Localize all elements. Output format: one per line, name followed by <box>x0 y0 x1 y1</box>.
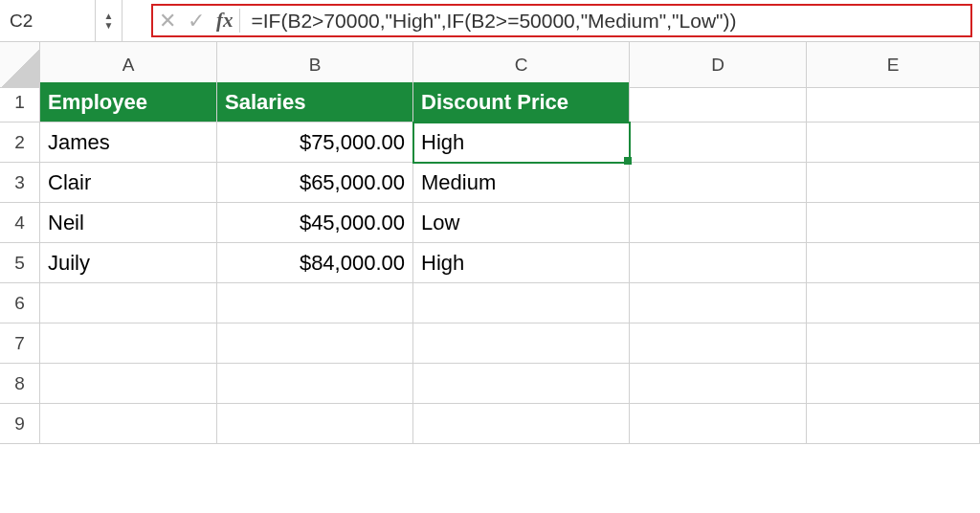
cell-B5[interactable]: $84,000.00 <box>217 243 413 283</box>
cell-E8[interactable] <box>807 364 980 404</box>
cell-B4[interactable]: $45,000.00 <box>217 203 413 243</box>
cell-D3[interactable] <box>630 163 807 203</box>
cell-A7[interactable] <box>40 323 217 364</box>
col-head-C[interactable]: C <box>413 42 630 88</box>
cell-D6[interactable] <box>630 283 807 323</box>
cell-C7[interactable] <box>413 323 630 364</box>
cell-A9[interactable] <box>40 404 217 444</box>
row-head-3[interactable]: 3 <box>0 163 40 203</box>
cell-C5[interactable]: High <box>413 243 630 283</box>
cell-D2[interactable] <box>630 123 807 163</box>
formula-input-wrap: ✕ ✓ fx =IF(B2>70000,"High",IF(B2>=50000,… <box>151 4 972 37</box>
spinner-up-icon[interactable]: ▲ <box>104 11 114 21</box>
cell-B3[interactable]: $65,000.00 <box>217 163 413 203</box>
fx-icon[interactable]: fx <box>216 9 240 33</box>
cell-E2[interactable] <box>807 123 980 163</box>
cell-C6[interactable] <box>413 283 630 323</box>
cell-B9[interactable] <box>217 404 413 444</box>
cell-C1[interactable]: Discount Price <box>413 82 630 123</box>
cell-A8[interactable] <box>40 364 217 404</box>
cell-B8[interactable] <box>217 364 413 404</box>
row-head-7[interactable]: 7 <box>0 323 40 364</box>
enter-icon[interactable]: ✓ <box>188 9 205 33</box>
cell-C9[interactable] <box>413 404 630 444</box>
cell-E9[interactable] <box>807 404 980 444</box>
col-head-A[interactable]: A <box>40 42 217 88</box>
cell-D9[interactable] <box>630 404 807 444</box>
cell-D5[interactable] <box>630 243 807 283</box>
row-head-1[interactable]: 1 <box>0 82 40 123</box>
formula-input[interactable]: =IF(B2>70000,"High",IF(B2>=50000,"Medium… <box>252 10 737 33</box>
cell-B1[interactable]: Salaries <box>217 82 413 123</box>
spinner-down-icon[interactable]: ▼ <box>104 21 114 31</box>
cell-E5[interactable] <box>807 243 980 283</box>
row-head-4[interactable]: 4 <box>0 203 40 243</box>
col-head-D[interactable]: D <box>630 42 807 88</box>
spreadsheet-grid: A B C D E 1 Employee Salaries Discount P… <box>0 42 980 444</box>
cell-D1[interactable] <box>630 82 807 123</box>
cell-A1[interactable]: Employee <box>40 82 217 123</box>
cell-C3[interactable]: Medium <box>413 163 630 203</box>
row-head-8[interactable]: 8 <box>0 364 40 404</box>
col-head-E[interactable]: E <box>807 42 980 88</box>
formula-bar: C2 ▲ ▼ ✕ ✓ fx =IF(B2>70000,"High",IF(B2>… <box>0 0 980 42</box>
row-head-6[interactable]: 6 <box>0 283 40 323</box>
cancel-icon[interactable]: ✕ <box>159 9 176 33</box>
cell-B2[interactable]: $75,000.00 <box>217 123 413 163</box>
cell-B7[interactable] <box>217 323 413 364</box>
cell-E3[interactable] <box>807 163 980 203</box>
select-all-corner[interactable] <box>0 42 40 88</box>
cell-B6[interactable] <box>217 283 413 323</box>
cell-C4[interactable]: Low <box>413 203 630 243</box>
cell-E1[interactable] <box>807 82 980 123</box>
cell-A4[interactable]: Neil <box>40 203 217 243</box>
cell-A6[interactable] <box>40 283 217 323</box>
row-head-2[interactable]: 2 <box>0 123 40 163</box>
cell-D7[interactable] <box>630 323 807 364</box>
cell-E4[interactable] <box>807 203 980 243</box>
cell-C8[interactable] <box>413 364 630 404</box>
name-box[interactable]: C2 <box>0 0 96 41</box>
cell-E7[interactable] <box>807 323 980 364</box>
cell-A5[interactable]: Juily <box>40 243 217 283</box>
cell-D4[interactable] <box>630 203 807 243</box>
cell-A2[interactable]: James <box>40 123 217 163</box>
cell-A3[interactable]: Clair <box>40 163 217 203</box>
col-head-B[interactable]: B <box>217 42 413 88</box>
cell-E6[interactable] <box>807 283 980 323</box>
cell-D8[interactable] <box>630 364 807 404</box>
cell-C2[interactable]: High <box>413 123 630 163</box>
row-head-9[interactable]: 9 <box>0 404 40 444</box>
row-head-5[interactable]: 5 <box>0 243 40 283</box>
name-box-spinner[interactable]: ▲ ▼ <box>96 0 122 41</box>
